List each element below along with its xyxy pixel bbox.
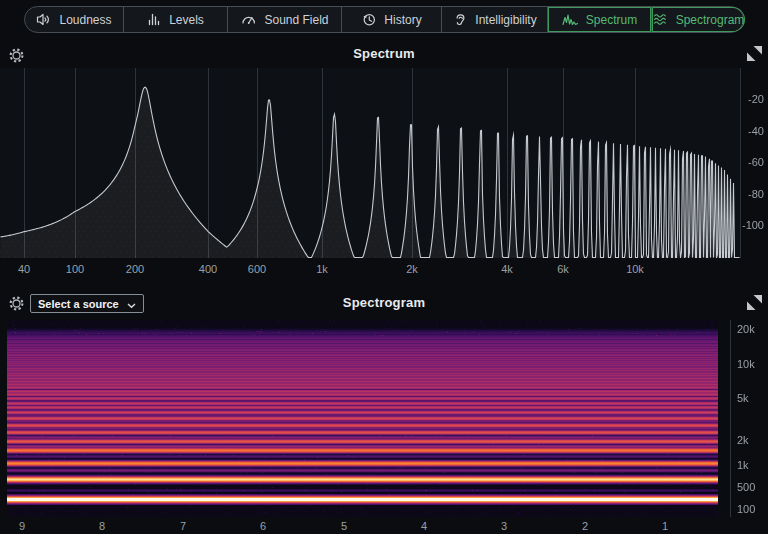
tab-label: History xyxy=(384,13,421,27)
tab-spectrum[interactable]: Spectrum xyxy=(547,7,651,32)
time-tick-3: 3 xyxy=(501,520,507,532)
db-tick--60: -60 xyxy=(734,156,764,168)
db-tick--20: -20 xyxy=(734,93,764,105)
spectrogram-resize-button[interactable] xyxy=(745,293,764,312)
time-tick-2: 2 xyxy=(582,520,588,532)
tab-label: Levels xyxy=(169,13,204,27)
tab-label: Sound Field xyxy=(264,13,328,27)
tab-label: Spectrum xyxy=(586,13,637,27)
freq-tick-2k: 2k xyxy=(737,434,767,446)
freq-tick-6k: 6k xyxy=(557,263,569,275)
freq-tick-20k: 20k xyxy=(737,323,767,335)
db-tick--40: -40 xyxy=(734,125,764,137)
time-tick-9: 9 xyxy=(19,520,25,532)
spectrum-panel-title: Spectrum xyxy=(0,46,768,61)
tab-label: Loudness xyxy=(59,13,111,27)
freq-tick-100: 100 xyxy=(737,503,767,515)
tab-spectrogram[interactable]: Spectrogram xyxy=(651,7,745,32)
time-tick-5: 5 xyxy=(341,520,347,532)
spectrogram-plot[interactable] xyxy=(7,320,718,517)
diagonal-resize-icon xyxy=(747,298,762,313)
freq-tick-500: 500 xyxy=(737,481,767,493)
tab-label: Spectrogram xyxy=(676,13,745,27)
meter-tab-bar: LoudnessLevelsSound FieldHistoryIntellig… xyxy=(24,6,744,33)
spectrum-icon xyxy=(562,12,579,27)
freq-tick-40: 40 xyxy=(18,263,30,275)
tab-intelligibility[interactable]: Intelligibility xyxy=(441,7,547,32)
freq-tick-10k: 10k xyxy=(737,358,767,370)
db-tick--80: -80 xyxy=(734,188,764,200)
freq-tick-1k: 1k xyxy=(316,263,328,275)
spectrogram-icon xyxy=(653,12,669,27)
audio-metering-window: LoudnessLevelsSound FieldHistoryIntellig… xyxy=(0,0,768,534)
db-tick--100: -100 xyxy=(734,219,764,231)
freq-tick-1k: 1k xyxy=(737,459,767,471)
tab-sound-field[interactable]: Sound Field xyxy=(227,7,341,32)
gauge-icon xyxy=(240,12,257,27)
history-clock-icon xyxy=(361,12,377,27)
diagonal-resize-icon xyxy=(747,49,762,64)
freq-tick-2k: 2k xyxy=(406,263,418,275)
tab-history[interactable]: History xyxy=(341,7,441,32)
spectrogram-panel-title: Spectrogram xyxy=(0,295,768,310)
freq-tick-100: 100 xyxy=(66,263,84,275)
tab-loudness[interactable]: Loudness xyxy=(25,7,123,32)
tab-levels[interactable]: Levels xyxy=(123,7,227,32)
spectrum-plot[interactable] xyxy=(0,68,740,258)
level-bars-icon xyxy=(147,12,162,27)
freq-tick-4k: 4k xyxy=(501,263,513,275)
time-tick-6: 6 xyxy=(260,520,266,532)
time-tick-7: 7 xyxy=(180,520,186,532)
tab-label: Intelligibility xyxy=(475,13,536,27)
freq-tick-400: 400 xyxy=(199,263,217,275)
time-tick-8: 8 xyxy=(99,520,105,532)
freq-tick-5k: 5k xyxy=(737,392,767,404)
time-tick-1: 1 xyxy=(662,520,668,532)
spectrogram-axis-border xyxy=(730,320,731,517)
freq-tick-200: 200 xyxy=(126,263,144,275)
time-tick-4: 4 xyxy=(421,520,427,532)
speaker-icon xyxy=(36,12,52,27)
freq-tick-600: 600 xyxy=(248,263,266,275)
ear-icon xyxy=(452,12,468,27)
spectrum-resize-button[interactable] xyxy=(745,44,764,63)
freq-tick-10k: 10k xyxy=(626,263,644,275)
